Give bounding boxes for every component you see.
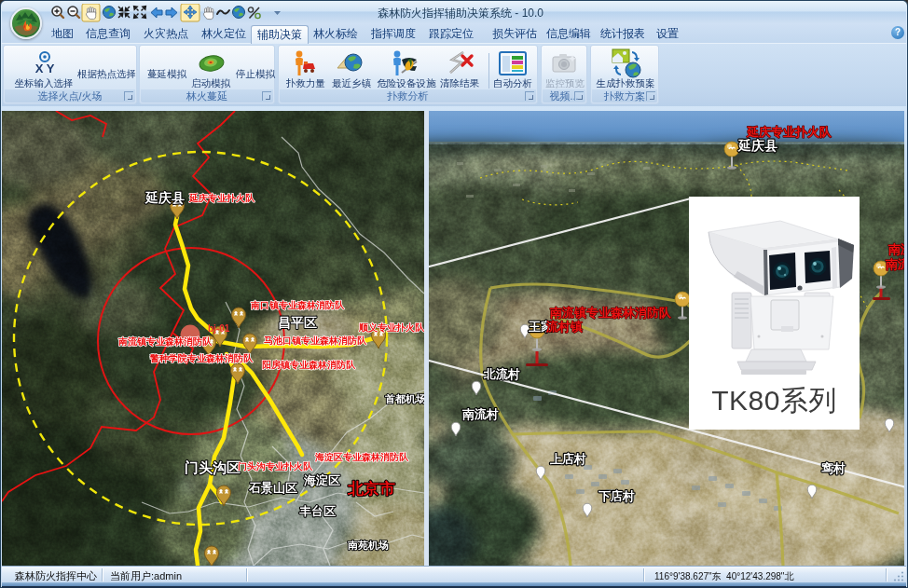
svg-text:延庆专业扑火队: 延庆专业扑火队 [746, 125, 832, 139]
svg-text:X Y: X Y [35, 62, 55, 75]
svg-text:昌平区: 昌平区 [278, 315, 317, 330]
svg-text:门头沟专业扑火队: 门头沟专业扑火队 [238, 461, 313, 472]
svg-text:警种学院专业森林消防队: 警种学院专业森林消防队 [149, 353, 254, 363]
svg-text:阳房镇专业森林消防队: 阳房镇专业森林消防队 [262, 360, 356, 370]
svg-text:北京市: 北京市 [347, 480, 395, 498]
svg-text:延庆专业扑火队: 延庆专业扑火队 [188, 193, 255, 203]
svg-text:南苑机场: 南苑机场 [347, 540, 389, 551]
svg-text:南流镇专业森林消防队: 南流镇专业森林消防队 [118, 336, 213, 347]
svg-text:北流村: 北流村 [483, 367, 520, 381]
svg-text:延庆县: 延庆县 [737, 138, 777, 153]
svg-text:南流镇专业森林消防队: 南流镇专业森林消防队 [549, 306, 672, 320]
svg-text:马池口镇专业森林消防队: 马池口镇专业森林消防队 [264, 335, 367, 346]
svg-text:石景山区: 石景山区 [248, 481, 297, 495]
svg-text:门头沟区: 门头沟区 [185, 459, 241, 475]
svg-text:上店村: 上店村 [550, 452, 586, 466]
svg-text:丰台区: 丰台区 [299, 504, 336, 518]
svg-text:流村镇: 流村镇 [545, 320, 583, 334]
svg-text:海淀区: 海淀区 [303, 473, 340, 487]
svg-text:窎村: 窎村 [821, 461, 846, 475]
svg-text:延庆县: 延庆县 [144, 190, 185, 205]
svg-text:南流村: 南流村 [461, 407, 499, 421]
svg-text:海淀区专业森林消防队: 海淀区专业森林消防队 [314, 452, 409, 462]
svg-text:南流村专业: 南流村专业 [885, 257, 904, 271]
svg-text:南流镇专业: 南流镇专业 [887, 242, 904, 256]
svg-text:下店村: 下店村 [598, 489, 635, 503]
svg-text:南口镇专业森林消防队: 南口镇专业森林消防队 [251, 300, 345, 310]
svg-text:顺义专业扑火队: 顺义专业扑火队 [358, 322, 424, 333]
svg-text:bj-01: bj-01 [208, 323, 230, 334]
svg-text:首都机场: 首都机场 [384, 393, 424, 404]
